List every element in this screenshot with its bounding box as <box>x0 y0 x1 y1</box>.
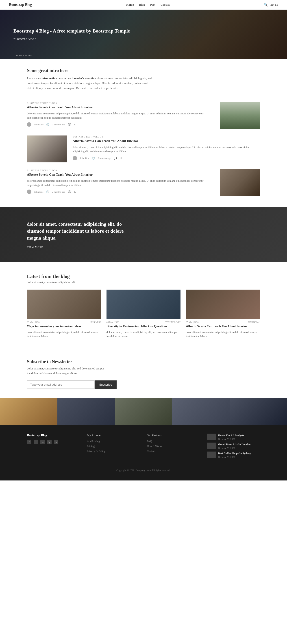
blog-card-3-img <box>220 169 260 196</box>
footer-link-add-listing[interactable]: Add Listing <box>87 440 100 443</box>
latest-card-2-text: dolor sit amet, consectetur adipisicing … <box>106 330 181 339</box>
footer-brand-col: Bootstrap Blog f t in ig p <box>27 434 80 458</box>
blog-card-1-title: Alberto Savoia Can Teach You About Inter… <box>27 105 214 110</box>
latest-card-2-title: Diversity in Engineering: Effect on Ques… <box>106 324 181 328</box>
latest-cat-3: FINANCIAL <box>248 321 260 324</box>
latest-card-1-text: dolor sit amet, consectetur adipisicing … <box>27 330 101 339</box>
recent-post-2-title[interactable]: Great Street Alrs In London <box>218 443 251 446</box>
hero-title: Bootstrap 4 Blog - A free template by Bo… <box>14 28 130 34</box>
newsletter-section: Subscribe to Newsletter dolor sit amet, … <box>0 350 287 398</box>
recent-post-3-title[interactable]: Best Coffee Shops In Sydney <box>218 452 251 455</box>
blog-card-3-cats: BUSINESS TECHNOLOGY <box>27 169 214 172</box>
hero-cta[interactable]: DISCOVER MORE <box>14 38 36 41</box>
nav-post[interactable]: Post <box>150 3 155 6</box>
latest-card-1-title: Ways to remember your important ideas <box>27 324 101 328</box>
footer-account-col: My Account Add Listing Pricing Privacy &… <box>87 434 140 458</box>
dark-section-cta[interactable]: VIEW MORE <box>27 246 43 249</box>
footer-link-how-it-works[interactable]: How It Works <box>147 444 162 448</box>
recent-post-3: Best Coffee Shops In Sydney October 26, … <box>207 452 260 458</box>
blog-card-1: BUSINESS TECHNOLOGY Alberto Savoia Can T… <box>27 102 260 129</box>
recent-post-3-date: October 26, 2020 <box>218 456 236 458</box>
footer-link-privacy[interactable]: Privacy & Policy <box>87 450 106 453</box>
recent-post-2-text: Great Street Alrs In London October 26, … <box>218 443 251 449</box>
blog-card-3-text: dolor sit amet, consectetur adipisicing … <box>27 179 214 187</box>
blog-card-1-meta: John Doe 🕐 2 months ago 💬 12 <box>27 122 214 127</box>
search-icon[interactable]: 🔍 <box>264 3 268 7</box>
blog-card-2-body: BUSINESS TECHNOLOGY Alberto Savoia Can T… <box>73 136 260 160</box>
blog-card-3-body: BUSINESS TECHNOLOGY Alberto Savoia Can T… <box>27 169 214 194</box>
navbar: Bootstrap Blog Home Blog Post Contact 🔍 … <box>0 0 287 10</box>
lang-en[interactable]: EN <box>270 3 274 6</box>
latest-card-3-title: Alberto Savoia Can Teach You About Inter… <box>186 324 260 328</box>
recent-post-1-title[interactable]: Hotels For All Budgets <box>218 434 244 437</box>
author-name-3: John Doe <box>34 190 44 193</box>
footer-account-title: My Account <box>87 434 140 437</box>
author-name-1: John Doe <box>34 123 44 126</box>
time-icon-1: 🕐 <box>46 123 49 126</box>
latest-cat-1: BUSINESS <box>90 321 101 324</box>
recent-post-3-thumb <box>207 452 216 458</box>
footer-partners-links: FAQ How It Works Contact <box>147 440 200 453</box>
social-facebook-icon[interactable]: f <box>27 440 32 444</box>
intro-bold1: introduction <box>42 76 57 80</box>
navbar-nav: Home Blog Post Contact <box>126 3 170 6</box>
recent-post-2-date: October 26, 2020 <box>218 446 236 449</box>
footer-link-contact[interactable]: Contact <box>147 450 155 453</box>
navbar-right: 🔍 EN ES <box>264 3 278 7</box>
blog-card-1-body: BUSINESS TECHNOLOGY Alberto Savoia Can T… <box>27 102 214 127</box>
footer: Bootstrap Blog f t in ig p My Account Ad… <box>0 424 287 480</box>
dark-section-title: dolor sit amet, consectetur adipisicing … <box>27 221 139 241</box>
comments-2: 12 <box>120 157 122 160</box>
dark-section: dolor sit amet, consectetur adipisicing … <box>0 207 287 262</box>
footer-top: Bootstrap Blog f t in ig p My Account Ad… <box>27 434 260 458</box>
blog-card-2-cats: BUSINESS TECHNOLOGY <box>73 136 260 138</box>
recent-post-2: Great Street Alrs In London October 26, … <box>207 442 260 449</box>
footer-social: f t in ig p <box>27 440 80 444</box>
social-twitter-icon[interactable]: t <box>34 440 38 444</box>
latest-title: Latest from the blog <box>27 274 260 279</box>
comments-1: 12 <box>74 123 76 126</box>
intro-section: Some great intro here Place a nice intro… <box>0 59 287 97</box>
lang-es[interactable]: ES <box>275 3 278 6</box>
blog-card-1-img <box>220 102 260 129</box>
latest-section: Latest from the blog dolor sit amet, con… <box>0 262 287 350</box>
nav-home[interactable]: Home <box>126 3 134 6</box>
latest-card-3-text: dolor sit amet, consectetur adipisicing … <box>186 330 260 339</box>
nav-blog[interactable]: Blog <box>139 3 145 6</box>
social-pinterest-icon[interactable]: p <box>54 440 58 444</box>
navbar-brand[interactable]: Bootstrap Blog <box>9 3 32 7</box>
author-avatar-3 <box>27 190 32 194</box>
nav-contact[interactable]: Contact <box>160 3 170 6</box>
latest-card-2-img <box>106 290 181 319</box>
blog-card-3-meta: John Doe 🕐 2 months ago 💬 12 <box>27 190 214 194</box>
footer-recent-posts: Hotels For All Budgets October 26, 2020 … <box>207 434 260 458</box>
footer-partners-title: Our Partners <box>147 434 200 437</box>
blog-card-2-img <box>27 136 67 162</box>
footer-account-links: Add Listing Pricing Privacy & Policy <box>87 440 140 453</box>
newsletter-text: dolor sit amet, consectetur adipisicing … <box>27 366 116 376</box>
photo-strip-2 <box>58 398 115 424</box>
author-avatar-1 <box>27 122 32 127</box>
time-3: 2 months ago <box>52 190 65 193</box>
social-linkedin-icon[interactable]: ig <box>47 440 52 444</box>
latest-date-3: 05 Mar | 2020 <box>186 321 198 324</box>
newsletter-subscribe-button[interactable]: Subscribe <box>94 380 116 389</box>
footer-partners-col: Our Partners FAQ How It Works Contact <box>147 434 200 458</box>
newsletter-form: Subscribe <box>27 380 116 389</box>
latest-grid: 09 Mar | 2020 BUSINESS Ways to remember … <box>27 290 260 339</box>
latest-card-1-meta: 09 Mar | 2020 BUSINESS <box>27 321 101 324</box>
latest-card-3-meta: 05 Mar | 2020 FINANCIAL <box>186 321 260 324</box>
photo-strip-1 <box>0 398 58 424</box>
time-icon-2: 🕐 <box>92 157 95 160</box>
newsletter-email-input[interactable] <box>27 380 94 389</box>
recent-post-1-date: October 26, 2020 <box>218 438 236 440</box>
social-instagram-icon[interactable]: in <box>40 440 45 444</box>
footer-link-faq[interactable]: FAQ <box>147 440 152 443</box>
blog-card-1-text: dolor sit amet, consectetur adipisicing … <box>27 112 214 120</box>
time-1: 2 months ago <box>52 123 65 126</box>
blog-card-3-title: Alberto Savoia Can Teach You About Inter… <box>27 172 214 177</box>
blog-card-3: BUSINESS TECHNOLOGY Alberto Savoia Can T… <box>27 169 260 196</box>
comment-icon-3: 💬 <box>68 190 71 193</box>
footer-link-pricing[interactable]: Pricing <box>87 444 95 448</box>
intro-title: Some great intro here <box>27 68 260 73</box>
